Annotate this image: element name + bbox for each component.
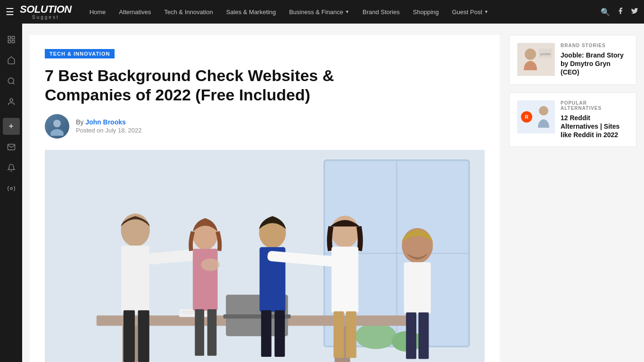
nav-brand-stories[interactable]: Brand Stories	[356, 0, 406, 24]
svg-rect-34	[207, 309, 217, 356]
svg-point-8	[53, 120, 61, 127]
svg-rect-43	[346, 311, 356, 358]
left-sidebar: +	[0, 24, 22, 362]
svg-rect-40	[331, 247, 358, 313]
svg-point-9	[50, 129, 64, 136]
sidebar-plus-button[interactable]: +	[3, 118, 20, 135]
main-content: TECH & INNOVATION 7 Best Background Chec…	[30, 35, 500, 362]
nav-alternatives[interactable]: Alternatives	[112, 0, 157, 24]
svg-point-16	[355, 323, 397, 349]
post-date: Posted on July 18, 2022	[76, 127, 142, 134]
svg-point-56	[539, 106, 548, 115]
right-sidebar: jooble BRAND STORIES Jooble: Brand Story…	[509, 35, 636, 362]
svg-rect-45	[404, 262, 431, 314]
author-byline: By John Brooks	[76, 118, 142, 126]
sidebar-thumb-2: R	[517, 100, 555, 133]
search-icon[interactable]: 🔍	[601, 8, 610, 16]
sidebar-card-2: R POPULAR ALTERNATIVES 12 Reddit Alterna…	[509, 92, 636, 148]
sidebar-icon-3[interactable]	[3, 73, 20, 90]
svg-rect-38	[274, 310, 285, 357]
article-hero-image	[45, 150, 485, 362]
svg-rect-42	[333, 311, 344, 358]
sidebar-post-title-2[interactable]: 12 Reddit Alternatives | Sites like Redd…	[561, 114, 628, 140]
twitter-icon[interactable]	[631, 7, 638, 16]
site-logo[interactable]: SOLUTION Suggest	[20, 4, 72, 20]
nav-guest-post[interactable]: Guest Post▼	[446, 0, 495, 24]
page-wrapper: TECH & INNOVATION 7 Best Background Chec…	[22, 24, 644, 362]
sidebar-thumb-1: jooble	[517, 43, 555, 76]
sidebar-card-1: jooble BRAND STORIES Jooble: Brand Story…	[509, 35, 636, 85]
svg-rect-2	[8, 41, 10, 43]
nav-home[interactable]: Home	[83, 0, 113, 24]
author-info: By John Brooks Posted on July 18, 2022	[76, 118, 142, 134]
nav-tech-innovation[interactable]: Tech & Innovation	[157, 0, 219, 24]
sidebar-icon-7[interactable]	[3, 180, 20, 197]
facebook-icon[interactable]	[617, 7, 624, 16]
sidebar-post-title-1[interactable]: Jooble: Brand Story by Dmytro Gryn (CEO)	[561, 51, 628, 77]
hamburger-icon[interactable]: ☰	[6, 6, 14, 17]
svg-rect-46	[406, 312, 416, 359]
sidebar-icon-1[interactable]	[3, 31, 20, 48]
nav-sales-marketing[interactable]: Sales & Marketing	[220, 0, 283, 24]
logo-text: SOLUTION	[20, 3, 72, 15]
sidebar-post-1: jooble BRAND STORIES Jooble: Brand Story…	[517, 43, 628, 77]
nav-business-finance[interactable]: Business & Finance▼	[282, 0, 356, 24]
sidebar-icon-6[interactable]	[3, 159, 20, 176]
sidebar-category-2: POPULAR ALTERNATIVES	[561, 100, 628, 111]
svg-point-50	[525, 49, 536, 60]
author-name-link[interactable]: John Brooks	[85, 118, 126, 126]
sidebar-post-2-content: POPULAR ALTERNATIVES 12 Reddit Alternati…	[561, 100, 628, 140]
sidebar-post-2: R POPULAR ALTERNATIVES 12 Reddit Alterna…	[517, 100, 628, 140]
svg-point-6	[10, 99, 13, 101]
svg-point-7	[10, 188, 12, 190]
nav-links: Home Alternatives Tech & Innovation Sale…	[83, 0, 601, 24]
svg-text:jooble: jooble	[540, 52, 551, 56]
author-row: By John Brooks Posted on July 18, 2022	[45, 114, 485, 139]
sidebar-post-1-content: BRAND STORIES Jooble: Brand Story by Dmy…	[561, 43, 628, 77]
svg-rect-49	[517, 43, 555, 76]
main-nav: ☰ SOLUTION Suggest Home Alternatives Tec…	[0, 0, 644, 24]
svg-rect-3	[12, 41, 14, 43]
svg-rect-0	[8, 36, 10, 39]
svg-point-48	[201, 258, 220, 271]
sidebar-icon-4[interactable]	[3, 93, 20, 110]
sidebar-icon-5[interactable]	[3, 139, 20, 156]
nav-shopping[interactable]: Shopping	[406, 0, 446, 24]
svg-rect-37	[261, 310, 272, 357]
nav-right-actions: 🔍	[601, 7, 638, 16]
svg-rect-29	[124, 310, 135, 362]
svg-rect-32	[193, 248, 218, 311]
article-title: 7 Best Background Check Websites & Compa…	[45, 66, 394, 105]
author-avatar	[45, 114, 69, 139]
svg-rect-47	[419, 312, 429, 359]
sidebar-category-1: BRAND STORIES	[561, 43, 628, 48]
logo-subtext: Suggest	[20, 15, 72, 20]
category-badge[interactable]: TECH & INNOVATION	[45, 49, 115, 58]
sidebar-icon-2[interactable]	[3, 52, 20, 69]
svg-rect-33	[195, 309, 204, 356]
svg-point-4	[8, 78, 14, 83]
svg-rect-30	[138, 310, 149, 362]
svg-rect-27	[121, 246, 149, 313]
svg-rect-1	[12, 36, 14, 39]
svg-text:R: R	[525, 115, 528, 120]
svg-line-5	[13, 82, 14, 84]
